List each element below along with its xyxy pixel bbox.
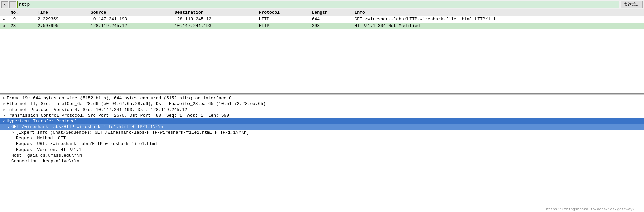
cell-no: 19 xyxy=(8,16,35,23)
detail-panel: >Frame 19: 644 bytes on wire (5152 bits)… xyxy=(0,95,644,212)
cell-length: 644 xyxy=(309,16,352,23)
col-no: No. xyxy=(8,9,35,16)
filter-expr-button[interactable]: 表达式… xyxy=(621,1,643,8)
packet-table: No. Time Source Destination Protocol Len… xyxy=(0,9,644,29)
detail-item-http[interactable]: ∨Hypertext Transfer Protocol xyxy=(0,118,644,124)
filter-close-button[interactable]: ✕ xyxy=(1,1,8,8)
detail-item-http-host[interactable]: Host: gaia.cs.umass.edu\r\n xyxy=(0,153,644,158)
cell-no: 23 xyxy=(8,23,35,29)
detail-text-http-expert: [Expert Info (Chat/Sequence): GET /wires… xyxy=(16,130,249,135)
detail-item-http-expert[interactable]: >[Expert Info (Chat/Sequence): GET /wire… xyxy=(0,130,644,135)
table-header-row: No. Time Source Destination Protocol Len… xyxy=(0,9,644,16)
detail-item-ethernet[interactable]: >Ethernet II, Src: IntelCor_6a:28:d6 (e0… xyxy=(0,101,644,107)
expand-icon-http-expert[interactable]: > xyxy=(11,131,15,135)
detail-item-http-method[interactable]: Request Method: GET xyxy=(0,135,644,141)
detail-text-http-conn: Connection: keep-alive\r\n xyxy=(11,159,79,164)
expand-icon-frame[interactable]: > xyxy=(1,96,6,100)
cell-info: GET /wireshark-labs/HTTP-wireshark-file1… xyxy=(352,16,644,23)
row-arrow: ▶ xyxy=(0,16,8,23)
detail-item-http-get[interactable]: ∨GET /wireshark-labs/HTTP-wireshark-file… xyxy=(0,124,644,130)
filter-bar: ✕ — 表达式… xyxy=(0,0,644,9)
expand-icon-ethernet[interactable]: > xyxy=(1,102,6,106)
detail-text-http-method: Request Method: GET xyxy=(16,136,66,141)
table-row[interactable]: ▶192.22935910.147.241.193128.119.245.12H… xyxy=(0,16,644,23)
col-destination: Destination xyxy=(172,9,256,16)
expand-icon-http[interactable]: ∨ xyxy=(1,119,6,123)
detail-text-http: Hypertext Transfer Protocol xyxy=(7,119,77,124)
detail-item-tcp[interactable]: >Transmission Control Protocol, Src Port… xyxy=(0,113,644,118)
col-protocol: Protocol xyxy=(256,9,309,16)
detail-text-frame: Frame 19: 644 bytes on wire (5152 bits),… xyxy=(7,96,232,101)
detail-text-http-uri: Request URI: /wireshark-labs/HTTP-wiresh… xyxy=(16,141,157,146)
expand-icon-ip[interactable]: > xyxy=(1,108,6,112)
table-row[interactable]: ◀232.597995128.119.245.1210.147.241.193H… xyxy=(0,23,644,29)
cell-destination: 128.119.245.12 xyxy=(172,16,256,23)
cell-time: 2.597995 xyxy=(35,23,88,29)
cell-length: 293 xyxy=(309,23,352,29)
col-time: Time xyxy=(35,9,88,16)
col-length: Length xyxy=(309,9,352,16)
col-arrow xyxy=(0,9,8,16)
cell-info: HTTP/1.1 304 Not Modified xyxy=(352,23,644,29)
col-info: Info xyxy=(352,9,644,16)
cell-time: 2.229359 xyxy=(35,16,88,23)
detail-text-ethernet: Ethernet II, Src: IntelCor_6a:28:d6 (e0:… xyxy=(7,101,266,107)
cell-destination: 10.147.241.193 xyxy=(172,23,256,29)
col-source: Source xyxy=(88,9,172,16)
detail-item-ip[interactable]: >Internet Protocol Version 4, Src: 10.14… xyxy=(0,107,644,113)
cell-protocol: HTTP xyxy=(256,23,309,29)
watermark: https://thingsboard.io/docs/iot-gateway/… xyxy=(546,207,641,211)
detail-text-tcp: Transmission Control Protocol, Src Port:… xyxy=(7,113,229,118)
detail-text-ip: Internet Protocol Version 4, Src: 10.147… xyxy=(7,107,187,112)
detail-item-http-uri[interactable]: Request URI: /wireshark-labs/HTTP-wiresh… xyxy=(0,141,644,147)
detail-text-http-host: Host: gaia.cs.umass.edu\r\n xyxy=(11,153,82,158)
cell-protocol: HTTP xyxy=(256,16,309,23)
packet-list-panel: No. Time Source Destination Protocol Len… xyxy=(0,9,644,94)
detail-text-http-get: GET /wireshark-labs/HTTP-wireshark-file1… xyxy=(11,124,163,129)
filter-input[interactable] xyxy=(17,1,619,8)
detail-item-http-version[interactable]: Request Version: HTTP/1.1 xyxy=(0,147,644,153)
cell-source: 10.147.241.193 xyxy=(88,16,172,23)
expand-icon-http-get[interactable]: ∨ xyxy=(6,125,11,129)
filter-min-button[interactable]: — xyxy=(9,1,16,8)
row-arrow: ◀ xyxy=(0,23,8,29)
expand-icon-tcp[interactable]: > xyxy=(1,114,6,118)
detail-item-http-conn[interactable]: Connection: keep-alive\r\n xyxy=(0,158,644,164)
detail-item-frame[interactable]: >Frame 19: 644 bytes on wire (5152 bits)… xyxy=(0,95,644,101)
detail-text-http-version: Request Version: HTTP/1.1 xyxy=(16,147,82,152)
cell-source: 128.119.245.12 xyxy=(88,23,172,29)
